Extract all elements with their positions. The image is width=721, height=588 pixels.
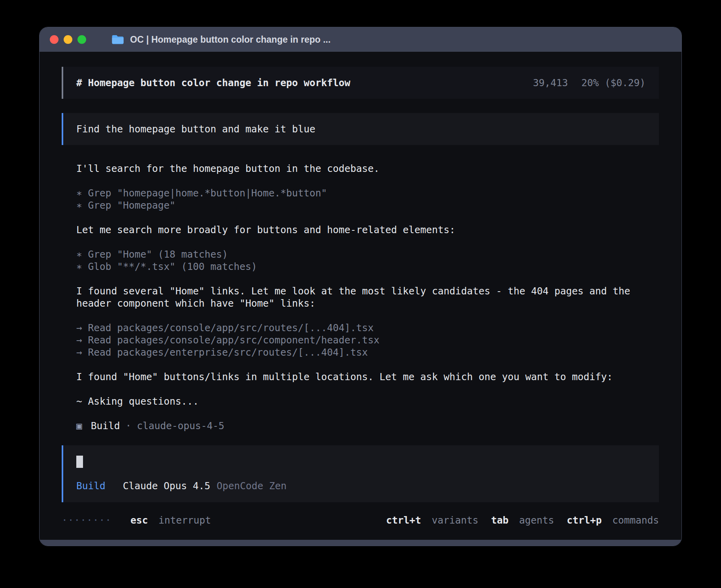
- terminal-window: OC | Homepage button color change in rep…: [39, 27, 682, 546]
- tool-call-grep: ∗ Grep "Home" (18 matches): [76, 248, 659, 260]
- session-stats: 39,413 20% ($0.29): [533, 77, 646, 89]
- tool-call-glob: ∗ Glob "**/*.tsx" (100 matches): [76, 260, 659, 273]
- assistant-message: Let me search more broadly for buttons a…: [76, 224, 659, 236]
- window-title: OC | Homepage button color change in rep…: [130, 34, 330, 45]
- hint-key: ctrl+t: [386, 514, 421, 526]
- session-header: # Homepage button color change in repo w…: [62, 67, 659, 99]
- statusbar-hints: ctrl+t variants tab agents ctrl+p comman…: [386, 514, 659, 526]
- input-provider: OpenCode Zen: [217, 480, 287, 492]
- user-message: Find the homepage button and make it blu…: [62, 113, 659, 145]
- assistant-message-text: Let me search more broadly for buttons a…: [76, 224, 455, 236]
- asking-status-text: ~ Asking questions...: [76, 396, 199, 407]
- agent-line: ▣ Build · claude-opus-4-5: [76, 420, 659, 432]
- folder-icon: [111, 34, 124, 45]
- tool-call-group: → Read packages/console/app/src/routes/[…: [76, 322, 659, 358]
- minimize-button[interactable]: [64, 35, 72, 44]
- hint-key: ctrl+p: [567, 514, 602, 526]
- interrupt-hint: esc interrupt: [130, 514, 211, 526]
- hint-variants: ctrl+t variants: [386, 514, 478, 526]
- spinner-dots: ········: [62, 514, 111, 526]
- terminal-content: # Homepage button color change in repo w…: [40, 52, 681, 540]
- assistant-message-text: I found "Home" buttons/links in multiple…: [76, 371, 613, 383]
- prompt-input[interactable]: Build Claude Opus 4.5 OpenCode Zen: [62, 445, 659, 502]
- assistant-message-text: I found several "Home" links. Let me loo…: [76, 285, 630, 309]
- hint-key: tab: [491, 514, 508, 526]
- statusbar: ········ esc interrupt ctrl+t variants t…: [62, 502, 659, 540]
- titlebar-title-group: OC | Homepage button color change in rep…: [111, 34, 330, 45]
- context-cost: 20% ($0.29): [581, 77, 646, 89]
- hint-label: agents: [519, 514, 554, 526]
- token-count: 39,413: [533, 77, 568, 89]
- close-button[interactable]: [50, 35, 59, 44]
- interrupt-key: esc: [130, 514, 148, 526]
- titlebar: OC | Homepage button color change in rep…: [40, 27, 681, 52]
- transcript: I'll search for the homepage button in t…: [62, 162, 659, 432]
- assistant-message: I found several "Home" links. Let me loo…: [76, 285, 659, 309]
- window-bottom-edge: [40, 540, 681, 546]
- user-message-text: Find the homepage button and make it blu…: [76, 123, 315, 135]
- agent-name: Build: [91, 420, 120, 432]
- input-mode: Build: [76, 480, 106, 492]
- statusbar-left: ········ esc interrupt: [62, 514, 211, 526]
- assistant-message-text: I'll search for the homepage button in t…: [76, 163, 379, 174]
- agent-separator: ·: [126, 420, 132, 432]
- assistant-message: I'll search for the homepage button in t…: [76, 162, 659, 175]
- hint-agents: tab agents: [491, 514, 554, 526]
- assistant-message: I found "Home" buttons/links in multiple…: [76, 371, 659, 383]
- tool-call-group: ∗ Grep "Home" (18 matches) ∗ Glob "**/*.…: [76, 248, 659, 273]
- agent-model: claude-opus-4-5: [137, 420, 224, 432]
- text-cursor: [76, 456, 83, 468]
- tool-call-group: ∗ Grep "homepage|home.*button|Home.*butt…: [76, 187, 659, 211]
- traffic-lights: [50, 35, 86, 44]
- tool-call-read: → Read packages/console/app/src/routes/[…: [76, 322, 659, 334]
- hint-label: commands: [612, 514, 659, 526]
- agent-icon: ▣: [76, 420, 82, 432]
- hint-commands: ctrl+p commands: [567, 514, 659, 526]
- input-model: Claude Opus 4.5: [123, 480, 210, 492]
- input-meta: Build Claude Opus 4.5 OpenCode Zen: [76, 480, 647, 492]
- tool-call-grep: ∗ Grep "Homepage": [76, 199, 659, 211]
- zoom-button[interactable]: [77, 35, 86, 44]
- tool-call-grep: ∗ Grep "homepage|home.*button|Home.*butt…: [76, 187, 659, 199]
- interrupt-label: interrupt: [159, 514, 211, 526]
- tool-call-read: → Read packages/enterprise/src/routes/[.…: [76, 346, 659, 358]
- asking-status: ~ Asking questions...: [76, 395, 659, 407]
- tool-call-read: → Read packages/console/app/src/componen…: [76, 334, 659, 346]
- session-title: # Homepage button color change in repo w…: [76, 77, 350, 89]
- hint-label: variants: [432, 514, 478, 526]
